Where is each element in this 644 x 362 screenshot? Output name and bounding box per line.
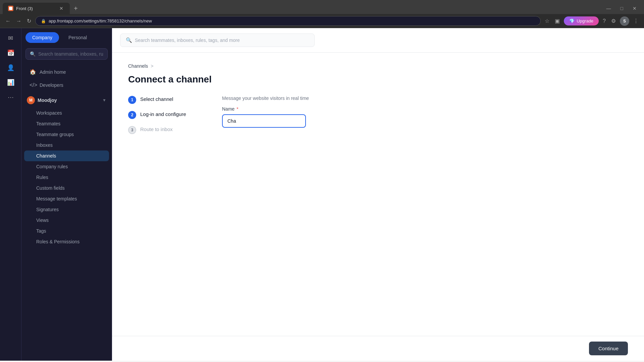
tab-title: Front (3) xyxy=(16,6,56,11)
sidebar-item-admin-home[interactable]: 🏠 Admin home xyxy=(24,65,109,78)
sidebar-item-label-teammates: Teammates xyxy=(36,121,60,126)
sidebar-item-teammates[interactable]: Teammates xyxy=(24,118,109,129)
tab-personal[interactable]: Personal xyxy=(62,32,94,43)
sidebar-nav: 🏠 Admin home </> Developers M Moodjoy ▼ … xyxy=(21,62,112,361)
upgrade-label: Upgrade xyxy=(577,18,593,23)
main-body: Channels > Connect a channel 1 Select ch… xyxy=(112,53,644,336)
search-input[interactable] xyxy=(38,51,103,57)
sidebar: Company Personal 🔍 🏠 Admin home </> Deve… xyxy=(21,28,112,361)
breadcrumb-separator: > xyxy=(151,63,153,69)
chevron-down-icon: ▼ xyxy=(102,98,106,103)
bookmark-button[interactable]: ☆ xyxy=(543,16,551,25)
maximize-button[interactable]: □ xyxy=(616,4,628,13)
tab-company[interactable]: Company xyxy=(25,32,59,43)
tab-favicon xyxy=(8,6,13,11)
step-3: 3 Route to inbox xyxy=(128,126,222,134)
upgrade-button[interactable]: 💎 Upgrade xyxy=(564,16,599,25)
sidebar-item-signatures[interactable]: Signatures xyxy=(24,204,109,215)
sidebar-item-message-templates[interactable]: Message templates xyxy=(24,193,109,204)
sidebar-item-rules[interactable]: Rules xyxy=(24,172,109,183)
step-2: 2 Log-in and configure xyxy=(128,111,222,119)
step-content: Message your website visitors in real ti… xyxy=(222,96,628,141)
sidebar-item-label-teammate-groups: Teammate groups xyxy=(36,132,74,137)
step-3-circle: 3 xyxy=(128,126,136,134)
main-content: 🔍 Channels > Connect a channel 1 Select … xyxy=(112,28,644,361)
close-button[interactable]: ✕ xyxy=(628,4,641,13)
continue-button[interactable]: Continue xyxy=(589,342,628,355)
code-icon: </> xyxy=(30,82,36,88)
sidebar-item-inboxes[interactable]: Inboxes xyxy=(24,140,109,150)
step-2-label: Log-in and configure xyxy=(140,111,186,117)
sidebar-item-label-signatures: Signatures xyxy=(36,207,59,212)
steps-container: 1 Select channel 2 Log-in and configure … xyxy=(128,96,628,141)
sidebar-item-label-channels: Channels xyxy=(36,153,56,159)
lock-icon: 🔒 xyxy=(41,19,46,23)
sidebar-item-teammate-groups[interactable]: Teammate groups xyxy=(24,129,109,140)
menu-button[interactable]: ⋮ xyxy=(632,16,640,25)
main-search-input[interactable] xyxy=(135,38,309,43)
sidebar-item-label-roles-permissions: Roles & Permissions xyxy=(36,239,79,244)
channel-name-input[interactable] xyxy=(222,114,306,128)
sidebar-item-roles-permissions[interactable]: Roles & Permissions xyxy=(24,236,109,247)
sidebar-item-label-custom-fields: Custom fields xyxy=(36,185,65,191)
help-button[interactable]: ? xyxy=(601,17,607,25)
step-1: 1 Select channel xyxy=(128,96,222,104)
sidebar-item-label-message-templates: Message templates xyxy=(36,196,77,201)
sidebar-item-company-rules[interactable]: Company rules xyxy=(24,161,109,172)
sidebar-item-tags[interactable]: Tags xyxy=(24,226,109,236)
browser-tab[interactable]: Front (3) ✕ xyxy=(3,3,70,14)
main-search-icon: 🔍 xyxy=(126,37,132,43)
avatar: S xyxy=(620,16,629,26)
sidebar-item-label-tags: Tags xyxy=(36,228,46,234)
search-icon: 🔍 xyxy=(30,51,36,57)
moodjoy-avatar: M xyxy=(27,96,35,104)
toolbar-compose-icon[interactable]: ✉ xyxy=(5,32,17,44)
toolbar-analytics-icon[interactable]: 📊 xyxy=(5,76,17,88)
forward-button[interactable]: → xyxy=(15,17,23,25)
url-text: app.frontapp.com/settings/tim:7858132/ch… xyxy=(49,18,152,23)
sidebar-item-custom-fields[interactable]: Custom fields xyxy=(24,183,109,193)
sidebar-item-channels[interactable]: Channels xyxy=(24,150,109,161)
toolbar-more-icon[interactable]: ⋯ xyxy=(5,91,17,103)
required-indicator: * xyxy=(236,106,238,112)
sidebar-item-label-company-rules: Company rules xyxy=(36,164,68,169)
breadcrumb: Channels > xyxy=(128,63,628,69)
toolbar-calendar-icon[interactable]: 📅 xyxy=(5,47,17,59)
form-label: Name * xyxy=(222,106,628,112)
sidebar-item-label-inboxes: Inboxes xyxy=(36,142,53,148)
settings-button[interactable]: ⚙ xyxy=(610,16,617,25)
step-1-label: Select channel xyxy=(140,96,173,102)
sidebar-item-label-workspaces: Workspaces xyxy=(36,110,62,116)
main-footer: Continue xyxy=(112,336,644,361)
tab-close-button[interactable]: ✕ xyxy=(58,5,64,11)
step-content-description: Message your website visitors in real ti… xyxy=(222,96,628,101)
sidebar-tabs: Company Personal xyxy=(21,28,112,46)
page-title: Connect a channel xyxy=(128,74,628,85)
sidebar-item-label-developers: Developers xyxy=(40,82,63,88)
url-bar[interactable]: 🔒 app.frontapp.com/settings/tim:7858132/… xyxy=(35,16,541,26)
sidebar-item-label-admin-home: Admin home xyxy=(40,69,66,75)
form-label-text: Name xyxy=(222,106,234,112)
sidebar-search-wrap: 🔍 xyxy=(21,46,112,62)
sidebar-toggle-button[interactable]: ▣ xyxy=(553,16,561,25)
steps-sidebar: 1 Select channel 2 Log-in and configure … xyxy=(128,96,222,141)
step-1-circle: 1 xyxy=(128,96,136,104)
nav-section-moodjoy: M Moodjoy ▼ Workspaces Teammates Teammat… xyxy=(24,93,109,247)
sidebar-item-views[interactable]: Views xyxy=(24,215,109,226)
breadcrumb-channels-link[interactable]: Channels xyxy=(128,63,148,69)
back-button[interactable]: ← xyxy=(4,17,12,25)
step-3-label: Route to inbox xyxy=(140,126,173,132)
minimize-button[interactable]: — xyxy=(602,4,616,13)
home-icon: 🏠 xyxy=(30,69,36,75)
main-search-bar: 🔍 xyxy=(112,28,644,53)
toolbar-contacts-icon[interactable]: 👤 xyxy=(5,62,17,74)
upgrade-icon: 💎 xyxy=(569,18,575,23)
new-tab-button[interactable]: + xyxy=(71,3,80,14)
reload-button[interactable]: ↻ xyxy=(25,16,33,25)
nav-section-header-moodjoy[interactable]: M Moodjoy ▼ xyxy=(24,93,109,108)
sidebar-item-workspaces[interactable]: Workspaces xyxy=(24,108,109,118)
sidebar-item-label-views: Views xyxy=(36,218,49,223)
sidebar-item-label-rules: Rules xyxy=(36,175,48,180)
sidebar-item-developers[interactable]: </> Developers xyxy=(24,79,109,92)
step-2-circle: 2 xyxy=(128,111,136,119)
